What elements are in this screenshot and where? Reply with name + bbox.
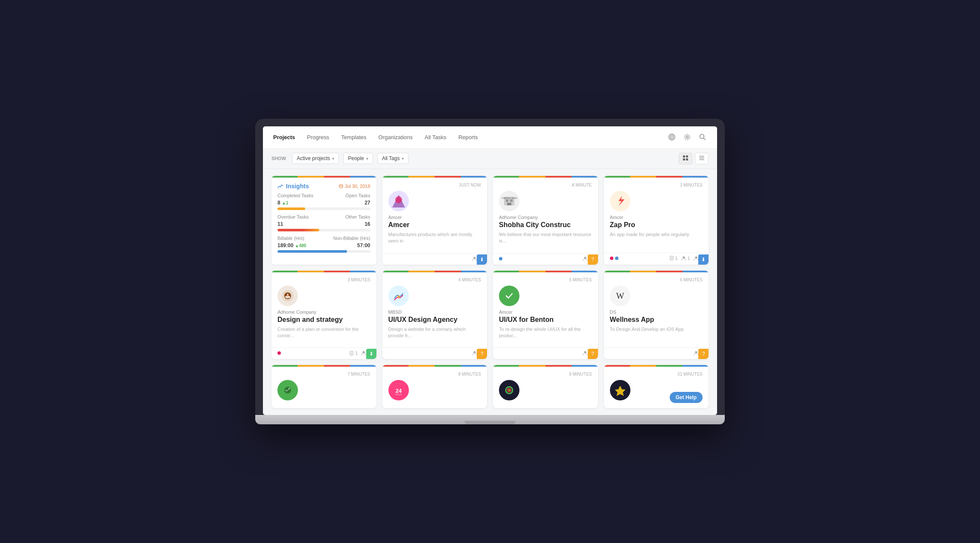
card-dots: [499, 257, 502, 260]
view-toggle: [679, 153, 709, 164]
nav-reports[interactable]: Reports: [458, 134, 478, 140]
chevron-down-icon: ▾: [366, 156, 368, 161]
corner-badge: ⬇: [477, 254, 487, 265]
filter-bar: SHOW Active projects ▾ People ▾ All Tags…: [263, 149, 717, 169]
svg-rect-17: [506, 199, 508, 202]
stat-doc: 1: [669, 256, 678, 261]
svg-text:W: W: [616, 291, 624, 301]
list-view-button[interactable]: [695, 153, 709, 164]
get-help-button[interactable]: Get Help: [670, 392, 703, 403]
corner-badge: ⬇: [366, 349, 376, 359]
all-tags-filter[interactable]: All Tags ▾: [377, 153, 409, 164]
corner-badge: ?: [588, 349, 598, 359]
chevron-down-icon: ▾: [402, 156, 404, 161]
card-desc: We believe that our most important resou…: [499, 231, 592, 245]
completed-label: Completed Tasks: [277, 193, 313, 198]
overdue-value: 11: [277, 221, 283, 227]
svg-point-2: [671, 137, 673, 138]
card-title: Design and strategy: [277, 315, 370, 324]
target-icon[interactable]: [668, 133, 676, 141]
other-label: Other Tasks: [345, 214, 370, 219]
svg-point-36: [286, 388, 289, 392]
nav-progress[interactable]: Progress: [307, 134, 329, 140]
nonbillable-value: 57:00: [357, 242, 370, 248]
svg-point-25: [282, 290, 294, 302]
project-card-7[interactable]: 6 MINUTES W DS Wellness App To Design An…: [604, 271, 709, 359]
corner-badge: ⬇: [698, 254, 709, 265]
overdue-bar: [277, 229, 370, 231]
card-title: UI/UX Design Agency: [388, 315, 481, 324]
svg-point-3: [686, 136, 688, 138]
project-card-10[interactable]: 8 MINUTES: [493, 365, 598, 408]
stat-doc: 1: [349, 350, 358, 356]
card-time: 6 MINUTES: [610, 277, 703, 282]
svg-rect-6: [686, 155, 688, 158]
card-desc: An app made for people who regularly: [610, 231, 703, 244]
project-card-5[interactable]: 4 MINUTES MBSD UI/UX Design Agency Desig…: [382, 271, 487, 359]
grid-view-button[interactable]: [679, 153, 692, 164]
overdue-label: Overdue Tasks: [277, 214, 309, 219]
open-value: 27: [365, 200, 370, 206]
card-time: JUST NOW: [388, 183, 481, 187]
project-card-11[interactable]: 31 MINUTES Get Help: [604, 365, 709, 408]
project-card-3[interactable]: 3 MINUTES Amcer Zap Pro An app made for …: [604, 176, 709, 265]
card-time: 4 MINUTES: [388, 277, 481, 282]
card-title: Wellness App: [610, 315, 703, 324]
corner-badge: ?: [477, 349, 487, 359]
svg-rect-19: [507, 203, 511, 205]
laptop-frame: Projects Progress Templates Organization…: [255, 119, 725, 425]
calendar-icon: [339, 184, 343, 188]
nav-alltasks[interactable]: All Tasks: [425, 134, 446, 140]
insights-date: Jul 30, 2018: [339, 184, 370, 189]
card-logo: [277, 286, 298, 306]
nav-templates[interactable]: Templates: [341, 134, 366, 140]
corner-badge: ?: [588, 254, 598, 265]
svg-text:MEDIA: MEDIA: [395, 393, 402, 396]
svg-rect-8: [686, 158, 688, 161]
chevron-down-icon: ▾: [332, 156, 334, 161]
corner-badge: ?: [698, 349, 709, 359]
show-label: SHOW: [271, 156, 286, 161]
gear-icon[interactable]: [683, 133, 691, 141]
card-stats: 1 1 1: [669, 256, 703, 261]
card-logo: [388, 191, 409, 211]
project-card-8[interactable]: 7 MINUTES: [271, 365, 376, 408]
card-desc: To re-design the whole UI/UX for all the…: [499, 326, 592, 339]
svg-rect-26: [350, 351, 353, 355]
card-desc: To Design And Develop an iOS App: [610, 326, 703, 339]
projects-grid: Insights Jul 30, 2018 Completed Ta: [271, 176, 709, 409]
active-projects-filter[interactable]: Active projects ▾: [292, 153, 339, 164]
project-card-2[interactable]: A MINUTE COMPANY NAME Adhome Company Sho…: [493, 176, 598, 265]
search-icon[interactable]: [698, 133, 707, 141]
project-card-4[interactable]: 3 MINUTES Adhome Company Design and stra…: [271, 271, 376, 359]
card-desc: Creation of a plan or convention for the…: [277, 326, 370, 339]
card-logo: W: [610, 286, 630, 306]
insights-row-2: Overdue Tasks Other Tasks: [277, 214, 370, 219]
card-org: Amcer: [610, 215, 703, 220]
billable-bar: [277, 250, 370, 253]
card-org: Adhome Company: [499, 215, 592, 220]
nonbillable-label: Non-Billable (Hrs): [333, 236, 370, 241]
svg-point-14: [395, 196, 402, 203]
card-org: Adhome Company: [277, 309, 370, 315]
card-time: 8 MINUTES: [499, 372, 592, 377]
completed-bar: [277, 207, 370, 210]
nav-bar: Projects Progress Templates Organization…: [263, 126, 717, 149]
project-card-9[interactable]: 8 MINUTES 24 MEDIA: [382, 365, 487, 408]
card-logo: 24 MEDIA: [388, 380, 409, 400]
card-dots: [277, 351, 281, 355]
billable-value: 189:00 ▲480: [277, 242, 306, 248]
nav-projects[interactable]: Projects: [273, 134, 295, 140]
svg-rect-7: [683, 158, 685, 161]
project-card-6[interactable]: 5 MINUTES Amcer UI/UX for Benton To re-d…: [493, 271, 598, 359]
svg-point-28: [397, 295, 400, 298]
svg-text:COMPANY NAME: COMPANY NAME: [502, 197, 517, 199]
project-card-1[interactable]: JUST NOW Amcer Amcer Manufactures produc…: [382, 176, 487, 265]
insights-body: Completed Tasks Open Tasks 8 ▲1 27: [271, 193, 376, 263]
insights-title-label: Insights: [277, 183, 309, 190]
nav-icons: [668, 133, 707, 141]
other-value: 16: [365, 221, 370, 227]
people-filter[interactable]: People ▾: [343, 153, 373, 164]
card-logo: COMPANY NAME: [499, 191, 519, 211]
nav-organizations[interactable]: Organizations: [379, 134, 413, 140]
